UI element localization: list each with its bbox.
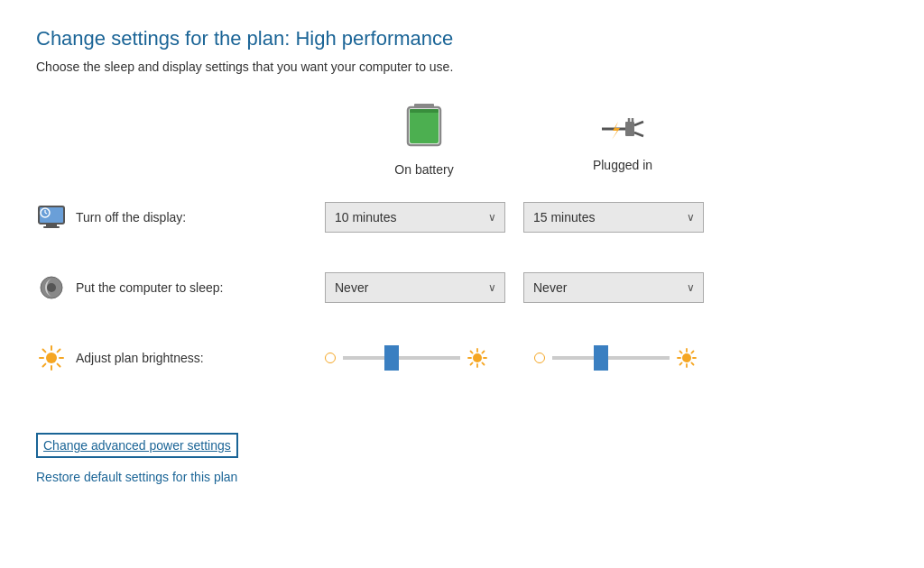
svg-point-19 <box>46 353 57 363</box>
battery-icon <box>405 101 443 157</box>
svg-line-8 <box>634 122 643 125</box>
svg-line-25 <box>58 364 60 367</box>
sleep-plugged-dropdown-wrapper: 1 minute 5 minutes 10 minutes 30 minutes… <box>523 272 704 303</box>
brightness-plugged-max-icon <box>677 348 697 368</box>
svg-line-42 <box>680 352 682 353</box>
brightness-icon <box>39 345 64 371</box>
svg-line-35 <box>482 352 484 353</box>
page-title: Change settings for the plan: High perfo… <box>36 27 888 50</box>
turn-off-display-battery-dropdown[interactable]: 1 minute 2 minutes 5 minutes 10 minutes … <box>325 202 505 233</box>
turn-off-display-plugged-dropdown-wrapper: 1 minute 2 minutes 5 minutes 10 minutes … <box>523 202 704 233</box>
brightness-row: Adjust plan brightness: <box>36 335 888 380</box>
svg-rect-2 <box>410 109 439 143</box>
svg-rect-3 <box>410 109 439 113</box>
page-subtitle: Choose the sleep and display settings th… <box>36 60 888 74</box>
svg-line-27 <box>43 364 46 367</box>
brightness-icon-wrapper <box>36 345 67 371</box>
sleep-label: Put the computer to sleep: <box>76 280 223 295</box>
svg-line-26 <box>58 350 60 353</box>
sleep-controls: 1 minute 5 minutes 10 minutes 30 minutes… <box>325 272 704 303</box>
sleep-icon <box>38 274 65 301</box>
svg-point-18 <box>47 283 56 292</box>
brightness-battery-max-icon <box>467 348 487 368</box>
brightness-plugged-min-icon <box>534 353 545 363</box>
turn-off-display-plugged-dropdown[interactable]: 1 minute 2 minutes 5 minutes 10 minutes … <box>523 202 704 233</box>
brightness-label: Adjust plan brightness: <box>76 351 204 365</box>
display-icon-wrapper <box>36 203 67 232</box>
plugged-in-label: Plugged in <box>593 158 652 172</box>
column-headers: On battery Plugged in <box>325 101 888 177</box>
turn-off-display-row: Turn off the display: 1 minute 2 minutes… <box>36 195 888 240</box>
svg-marker-10 <box>612 122 620 140</box>
sleep-plugged-dropdown[interactable]: 1 minute 5 minutes 10 minutes 30 minutes… <box>523 272 704 303</box>
brightness-plugged-slider[interactable] <box>552 356 670 360</box>
turn-off-display-battery-dropdown-wrapper: 1 minute 2 minutes 5 minutes 10 minutes … <box>325 202 505 233</box>
turn-off-display-label: Turn off the display: <box>76 210 186 224</box>
sleep-battery-dropdown[interactable]: 1 minute 5 minutes 10 minutes 30 minutes… <box>325 272 505 303</box>
svg-point-37 <box>682 353 691 362</box>
svg-point-28 <box>473 353 482 362</box>
brightness-battery-slider[interactable] <box>343 356 460 360</box>
plug-icon <box>600 105 645 152</box>
monitor-icon <box>37 203 66 232</box>
sleep-icon-wrapper <box>36 274 67 301</box>
svg-line-44 <box>691 352 693 353</box>
svg-line-9 <box>634 133 643 136</box>
turn-off-display-controls: 1 minute 2 minutes 5 minutes 10 minutes … <box>325 202 704 233</box>
svg-line-33 <box>471 352 473 353</box>
svg-rect-12 <box>46 224 57 226</box>
svg-line-45 <box>680 362 682 364</box>
svg-rect-5 <box>625 122 634 136</box>
advanced-settings-link[interactable]: Change advanced power settings <box>36 433 238 458</box>
on-battery-label: On battery <box>394 162 453 177</box>
svg-line-24 <box>43 350 46 353</box>
brightness-battery-section <box>325 348 514 368</box>
brightness-battery-min-icon <box>325 353 336 363</box>
brightness-controls <box>325 348 724 368</box>
sleep-battery-dropdown-wrapper: 1 minute 5 minutes 10 minutes 30 minutes… <box>325 272 505 303</box>
sleep-row: Put the computer to sleep: 1 minute 5 mi… <box>36 265 888 310</box>
brightness-plugged-section <box>534 348 724 368</box>
svg-line-36 <box>471 362 473 364</box>
sleep-label-group: Put the computer to sleep: <box>36 274 325 301</box>
on-battery-header: On battery <box>325 101 523 177</box>
svg-line-34 <box>482 362 484 364</box>
turn-off-display-label-group: Turn off the display: <box>36 203 325 232</box>
svg-rect-13 <box>43 226 60 228</box>
svg-line-43 <box>691 362 693 364</box>
restore-defaults-link[interactable]: Restore default settings for this plan <box>36 470 237 484</box>
plugged-in-header: Plugged in <box>523 105 722 172</box>
brightness-label-group: Adjust plan brightness: <box>36 345 325 371</box>
